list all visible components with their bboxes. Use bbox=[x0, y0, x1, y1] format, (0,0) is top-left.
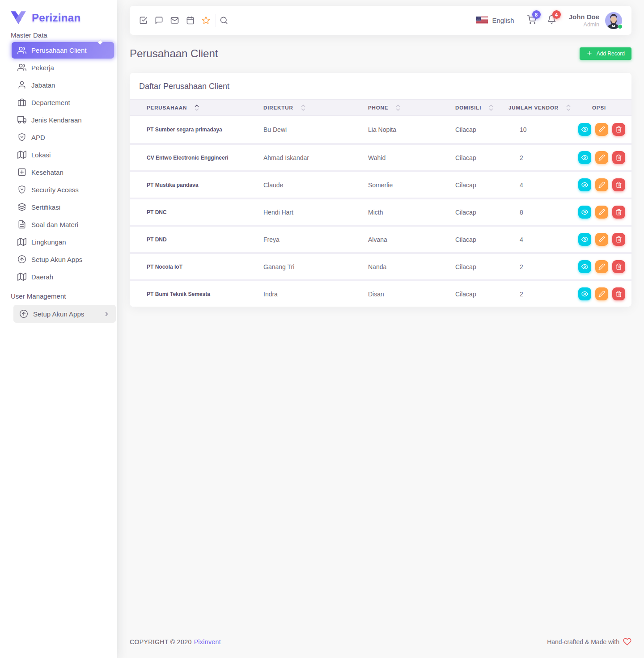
cell-opsi bbox=[578, 123, 631, 136]
online-status-dot bbox=[618, 24, 623, 29]
chevron-right-icon bbox=[103, 311, 110, 317]
shield-icon bbox=[17, 133, 26, 142]
arrow-up-circle-icon bbox=[17, 255, 26, 264]
mail-icon[interactable] bbox=[170, 16, 179, 25]
table-row: PT Bumi Teknik Semesta Indra Disan Cilac… bbox=[130, 279, 631, 307]
delete-button[interactable] bbox=[612, 178, 625, 191]
sidebar-item-pekerja[interactable]: Pekerja bbox=[12, 59, 114, 76]
shield-icon bbox=[17, 185, 26, 194]
view-button[interactable] bbox=[578, 151, 591, 164]
message-square-icon[interactable] bbox=[155, 16, 163, 25]
navbar-divider bbox=[216, 14, 216, 27]
column-label: DIREKTUR bbox=[263, 105, 293, 110]
sidebar-item-perusahaan-client[interactable]: Perusahaan Client bbox=[12, 42, 114, 59]
table-row: PT Sumber segara primadaya Bu Dewi Lia N… bbox=[130, 116, 631, 143]
search-icon[interactable] bbox=[220, 16, 228, 25]
edit-button[interactable] bbox=[595, 123, 608, 136]
sidebar-item-daerah[interactable]: Daerah bbox=[12, 268, 114, 285]
sidebar-item-setup-akun-apps[interactable]: Setup Akun Apps bbox=[13, 305, 116, 323]
star-icon[interactable] bbox=[202, 16, 210, 25]
us-flag-icon[interactable] bbox=[476, 17, 488, 24]
column-header-domisili[interactable]: DOMISILI bbox=[455, 104, 508, 111]
page-title: Perusahaan Client bbox=[130, 47, 218, 60]
sort-chevrons-icon bbox=[566, 104, 571, 111]
cell-perusahaan: PT Nocola IoT bbox=[130, 264, 263, 270]
sidebar-item-jabatan[interactable]: Jabatan bbox=[12, 76, 114, 93]
cell-domisili: Cilacap bbox=[455, 126, 508, 133]
avatar[interactable] bbox=[605, 12, 622, 29]
cell-perusahaan: PT Mustika pandava bbox=[130, 182, 263, 188]
delete-button[interactable] bbox=[612, 151, 625, 164]
add-record-button[interactable]: Add Record bbox=[580, 47, 631, 60]
table-row: PT DNC Hendi Hart Micth Cilacap 8 bbox=[130, 198, 631, 225]
cell-jumlah-vendor: 2 bbox=[508, 263, 578, 270]
edit-button[interactable] bbox=[595, 206, 608, 219]
delete-button[interactable] bbox=[612, 260, 625, 273]
map-icon bbox=[17, 150, 26, 159]
sidebar-item-departement[interactable]: Departement bbox=[12, 94, 114, 111]
edit-button[interactable] bbox=[595, 178, 608, 191]
view-button[interactable] bbox=[578, 206, 591, 219]
column-header-perusahaan[interactable]: PERUSAHAAN bbox=[130, 104, 263, 111]
cell-domisili: Cilacap bbox=[455, 154, 508, 161]
table-row: PT Mustika pandava Claude Somerlie Cilac… bbox=[130, 170, 631, 198]
calendar-icon[interactable] bbox=[186, 16, 195, 25]
view-button[interactable] bbox=[578, 123, 591, 136]
sidebar-item-kesehatan[interactable]: Kesehatan bbox=[12, 164, 114, 181]
delete-button[interactable] bbox=[612, 233, 625, 246]
card-title: Daftar Perusahaan Client bbox=[130, 73, 631, 99]
sidebar-item-security-access[interactable]: Security Access bbox=[12, 181, 114, 198]
sidebar-item-setup-akun-apps[interactable]: Setup Akun Apps bbox=[12, 251, 114, 268]
main-area: English 8 4 John Doe Admin bbox=[117, 0, 644, 658]
edit-button[interactable] bbox=[595, 260, 608, 273]
language-selector[interactable]: English bbox=[492, 17, 514, 24]
plus-icon bbox=[586, 50, 593, 58]
sort-chevrons-icon bbox=[301, 104, 305, 111]
pixinvent-link[interactable]: Pixinvent bbox=[194, 638, 221, 645]
cell-phone: Wahid bbox=[368, 154, 455, 161]
column-header-phone[interactable]: PHONE bbox=[368, 104, 455, 111]
cell-perusahaan: PT Bumi Teknik Semesta bbox=[130, 291, 263, 297]
brand[interactable]: Perizinan bbox=[0, 0, 117, 25]
user-name: John Doe bbox=[569, 13, 599, 21]
cell-jumlah-vendor: 8 bbox=[508, 209, 578, 216]
sidebar-item-lingkungan[interactable]: Lingkungan bbox=[12, 233, 114, 250]
notifications-button[interactable]: 4 bbox=[547, 15, 556, 26]
sidebar-item-lokasi[interactable]: Lokasi bbox=[12, 146, 114, 163]
cell-jumlah-vendor: 4 bbox=[508, 236, 578, 243]
menu-section-label: User Management bbox=[11, 292, 106, 300]
column-header-direktur[interactable]: DIREKTUR bbox=[263, 104, 368, 111]
sidebar-menu: Master Data Perusahaan Client Pekerja Ja… bbox=[0, 31, 117, 323]
truck-icon bbox=[17, 115, 26, 124]
view-button[interactable] bbox=[578, 260, 591, 273]
check-square-icon[interactable] bbox=[139, 16, 148, 25]
cell-direktur: Hendi Hart bbox=[263, 209, 368, 216]
cell-perusahaan: PT DNC bbox=[130, 209, 263, 215]
view-button[interactable] bbox=[578, 287, 591, 300]
column-label: OPSI bbox=[592, 105, 606, 110]
cart-badge: 8 bbox=[532, 10, 541, 19]
table-row: PT DND Freya Alvana Cilacap 4 bbox=[130, 225, 631, 252]
sidebar-item-soal-dan-materi[interactable]: Soal dan Materi bbox=[12, 216, 114, 233]
cart-button[interactable]: 8 bbox=[527, 15, 536, 26]
app-root: Perizinan Master Data Perusahaan Client … bbox=[0, 0, 644, 658]
edit-button[interactable] bbox=[595, 233, 608, 246]
column-label: PERUSAHAAN bbox=[147, 105, 187, 110]
sidebar-item-jenis-kendaraan[interactable]: Jenis Kendaraan bbox=[12, 111, 114, 128]
edit-button[interactable] bbox=[595, 151, 608, 164]
delete-button[interactable] bbox=[612, 123, 625, 136]
sidebar-item-apd[interactable]: APD bbox=[12, 129, 114, 146]
sort-chevrons-icon bbox=[489, 104, 493, 111]
view-button[interactable] bbox=[578, 178, 591, 191]
sidebar-item-sertifikasi[interactable]: Sertifikasi bbox=[12, 198, 114, 215]
brand-name: Perizinan bbox=[32, 12, 80, 24]
plus-square-icon bbox=[17, 168, 26, 177]
delete-button[interactable] bbox=[612, 206, 625, 219]
column-header-jumlah-vendor[interactable]: JUMLAH VENDOR bbox=[508, 104, 578, 111]
delete-button[interactable] bbox=[612, 287, 625, 300]
cell-domisili: Cilacap bbox=[455, 291, 508, 298]
view-button[interactable] bbox=[578, 233, 591, 246]
map-icon bbox=[17, 272, 26, 281]
edit-button[interactable] bbox=[595, 287, 608, 300]
cell-direktur: Freya bbox=[263, 236, 368, 243]
